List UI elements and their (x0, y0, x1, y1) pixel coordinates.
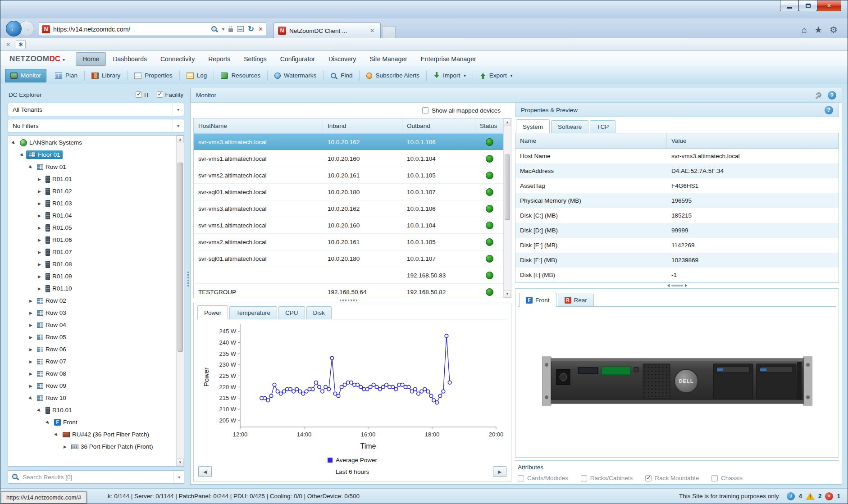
menu-item-home[interactable]: Home (76, 52, 106, 66)
menu-item-enterprise-manager[interactable]: Enterprise Manager (414, 52, 483, 66)
window-close-button[interactable]: ✕ (817, 0, 841, 11)
tree-item-lanshark-systems[interactable]: ▶LANShark Systems (8, 136, 176, 149)
menu-item-configurator[interactable]: Configurator (274, 52, 322, 66)
toolbar-button-subscribe-alerts[interactable]: Subscribe Alerts (361, 69, 425, 82)
expanded-arrow-icon[interactable]: ▶ (27, 163, 35, 171)
splitter-grip[interactable] (340, 300, 357, 301)
expanded-arrow-icon[interactable]: ▶ (44, 418, 52, 427)
it-checkbox[interactable]: IT (136, 91, 150, 98)
toolbar-button-export[interactable]: Export▾ (474, 69, 518, 82)
property-row-disk-d-mb[interactable]: Disk [D:] (MB)99999 (515, 223, 839, 238)
expanded-arrow-icon[interactable]: ▶ (27, 394, 35, 402)
checkbox-icon[interactable] (581, 475, 587, 481)
toolbar-button-plan[interactable]: Plan (50, 69, 83, 82)
device-table-scrollbar-thumb[interactable] (505, 154, 510, 220)
expanded-arrow-icon[interactable]: ▶ (52, 430, 61, 439)
tab-software[interactable]: Software (551, 120, 588, 133)
chevron-down-icon[interactable]: ▾ (173, 471, 180, 483)
error-icon[interactable]: ✕ (825, 492, 833, 500)
it-checkbox-box[interactable] (136, 91, 142, 98)
tab-close-button[interactable]: ✕ (368, 27, 376, 34)
tree-item-r01-07[interactable]: ▶R01.07 (8, 246, 176, 258)
new-tab-button[interactable] (382, 26, 396, 38)
info-icon[interactable]: i (787, 492, 795, 500)
favorites-star-button[interactable]: ★ (814, 24, 822, 35)
property-row-disk-f-mb[interactable]: Disk [F:] (MB)10239869 (515, 253, 839, 268)
chevron-down-icon[interactable]: ▾ (173, 103, 179, 116)
collapsed-arrow-icon[interactable]: ▶ (61, 445, 69, 449)
device-row-svr-vms2-altimatech-local[interactable]: svr-vms2.altimatech.local10.0.20.16110.0… (194, 167, 503, 184)
tree-scrollbar[interactable]: ▲ ▼ (176, 136, 184, 466)
browser-tab[interactable]: N NetZoomDC Client ... ✕ (274, 23, 381, 38)
tree-item-r01-03[interactable]: ▶R01.03 (8, 197, 176, 209)
collapsed-arrow-icon[interactable]: ▶ (36, 238, 43, 242)
tab-power[interactable]: Power (197, 305, 228, 319)
facility-checkbox[interactable]: Facility (157, 91, 183, 98)
collapsed-arrow-icon[interactable]: ▶ (36, 274, 43, 279)
checkbox-icon[interactable] (711, 475, 718, 481)
collapsed-arrow-icon[interactable]: ▶ (36, 177, 43, 182)
column-header-status[interactable]: Status (475, 118, 503, 133)
collapsed-arrow-icon[interactable]: ▶ (36, 262, 43, 267)
warning-icon[interactable]: ! (806, 492, 815, 500)
tree-item-r10-01[interactable]: ▶R10.01 (8, 404, 176, 416)
collapsed-arrow-icon[interactable]: ▶ (27, 323, 35, 327)
column-header-name[interactable]: Name (515, 133, 667, 148)
tab-front[interactable]: FFront (519, 293, 556, 307)
menu-item-settings[interactable]: Settings (237, 52, 274, 66)
chart-prev-button[interactable]: ◀ (198, 466, 212, 477)
tree-item-r01-02[interactable]: ▶R01.02 (8, 185, 176, 197)
tree-item-row-05[interactable]: ▶Row 05 (8, 331, 176, 343)
device-row-svr-vms3-altimatech-local[interactable]: svr-vms3.altimatech.local10.0.20.16210.0… (194, 134, 503, 150)
collapsed-arrow-icon[interactable]: ▶ (27, 384, 35, 388)
checkbox-icon[interactable] (518, 475, 524, 481)
attr-checkbox-cards-modules[interactable]: Cards/Modules (518, 475, 568, 481)
property-row-disk-c-mb[interactable]: Disk [C:] (MB)185215 (515, 208, 839, 223)
device-row-8[interactable]: 192.168.50.83 (194, 267, 503, 284)
collapsed-arrow-icon[interactable]: ▶ (27, 311, 35, 315)
column-header-outband[interactable]: Outband (402, 118, 475, 133)
tab-rear[interactable]: RRear (558, 294, 594, 306)
attr-checkbox-rack-mountable[interactable]: Rack Mountable (645, 475, 699, 481)
tree-item-36-port-fiber-patch-front[interactable]: ▶36 Port Fiber Patch (Front) (8, 440, 176, 453)
tab-system[interactable]: System (516, 119, 550, 133)
search-icon[interactable] (211, 26, 218, 33)
search-box[interactable]: Search Results [0] ▾ (8, 470, 184, 484)
toolbar-button-library[interactable]: Library (86, 69, 126, 82)
collapsed-arrow-icon[interactable]: ▶ (27, 359, 35, 364)
toolbar-button-import[interactable]: Import▾ (428, 69, 471, 82)
settings-gear-button[interactable]: ⚙ (830, 24, 838, 35)
tree-item-row-07[interactable]: ▶Row 07 (8, 355, 176, 368)
property-row-physical-memory-mb[interactable]: Physical Memory (MB)196595 (515, 193, 839, 208)
tree-item-floor-01[interactable]: ▶Floor 01 (8, 149, 176, 161)
expanded-arrow-icon[interactable]: ▶ (18, 150, 27, 159)
collapsed-arrow-icon[interactable]: ▶ (36, 213, 43, 218)
property-row-host-name[interactable]: Host Namesvr-vms3.altimatech.local (515, 149, 839, 163)
tree-item-r01-10[interactable]: ▶R01.10 (8, 282, 176, 295)
attr-checkbox-racks-cabinets[interactable]: Racks/Cabinets (581, 475, 633, 481)
toolbar-button-properties[interactable]: Properties (129, 69, 178, 82)
toolbar-button-resources[interactable]: Resources (215, 69, 266, 82)
toolbar-button-watermarks[interactable]: Watermarks (269, 69, 322, 82)
back-button[interactable]: ← (6, 21, 22, 36)
url-text[interactable]: https://v14.netzoomdc.com/ (53, 26, 208, 33)
window-maximize-button[interactable] (798, 0, 817, 11)
show-all-checkbox-box[interactable] (422, 107, 429, 114)
filter-dropdown[interactable]: No Filters▾ (8, 119, 184, 132)
tab-disk[interactable]: Disk (306, 306, 332, 319)
netzoomdc-logo[interactable]: NETZOOMDC▾ (9, 54, 65, 64)
property-row-disk-e-mb[interactable]: Disk [E:] (MB)1142269 (515, 238, 839, 253)
scroll-down-icon[interactable]: ▼ (177, 459, 184, 466)
device-row-svr-sql01-altimatech-local[interactable]: svr-sql01.altimatech.local10.0.20.18010.… (194, 184, 503, 200)
property-row-macaddress[interactable]: MacAddressD4:AE:52:7A:5F:34 (515, 163, 839, 178)
tree-item-row-03[interactable]: ▶Row 03 (8, 307, 176, 319)
home-button[interactable]: ⌂ (802, 25, 807, 35)
tree-item-r01-01[interactable]: ▶R01.01 (8, 173, 176, 185)
menu-item-reports[interactable]: Reports (201, 52, 237, 66)
menu-item-connectivity[interactable]: Connectivity (154, 52, 201, 66)
tree-item-r01-05[interactable]: ▶R01.05 (8, 222, 176, 234)
collapsed-arrow-icon[interactable]: ▶ (36, 201, 43, 206)
menu-item-dashboards[interactable]: Dashboards (106, 52, 154, 66)
center-right-splitter[interactable] (511, 103, 515, 484)
tree-item-r01-08[interactable]: ▶R01.08 (8, 258, 176, 270)
